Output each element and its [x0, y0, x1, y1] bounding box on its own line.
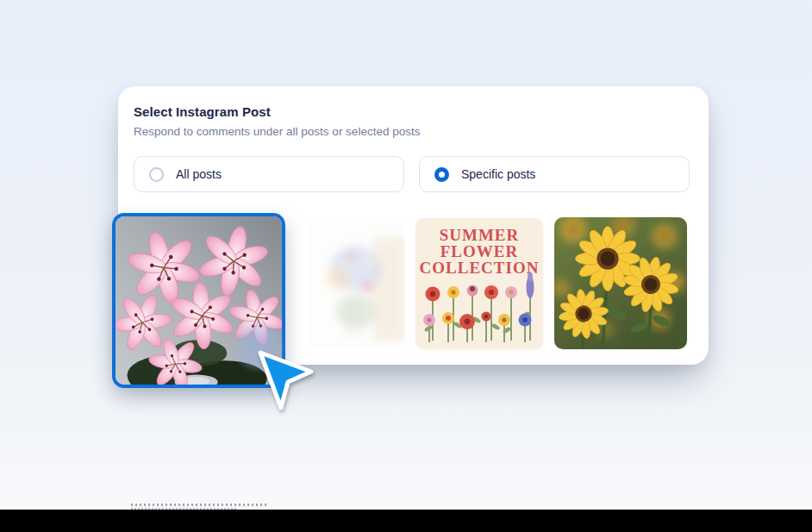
poster-line-3: COLLECTION: [420, 259, 540, 277]
option-specific-posts[interactable]: Specific posts: [419, 156, 690, 192]
poster-line-1: SUMMER: [440, 226, 520, 244]
post-thumbnail-pink-lilies[interactable]: [112, 213, 285, 388]
post-thumbnail-faded-bouquet[interactable]: [308, 218, 405, 347]
option-all-posts[interactable]: All posts: [134, 156, 404, 192]
pink-lilies-photo: [116, 216, 282, 385]
faded-bouquet-photo: [308, 218, 405, 347]
sunflowers-photo: [554, 217, 687, 349]
poster-line-2: FLOWER: [440, 242, 518, 260]
page-title: Select Instagram Post: [134, 104, 271, 119]
summer-poster-illustration: SUMMER FLOWER COLLECTION: [415, 218, 543, 349]
post-thumbnail-sunflowers[interactable]: [554, 217, 687, 349]
option-specific-posts-label: Specific posts: [461, 167, 535, 181]
option-all-posts-label: All posts: [176, 167, 222, 181]
page-subtitle: Respond to comments under all posts or s…: [134, 125, 420, 138]
bottom-black-bar: [0, 510, 812, 532]
radio-unselected-icon[interactable]: [149, 167, 164, 182]
radio-selected-icon[interactable]: [434, 167, 449, 182]
post-thumbnail-summer-poster[interactable]: SUMMER FLOWER COLLECTION: [415, 218, 543, 349]
